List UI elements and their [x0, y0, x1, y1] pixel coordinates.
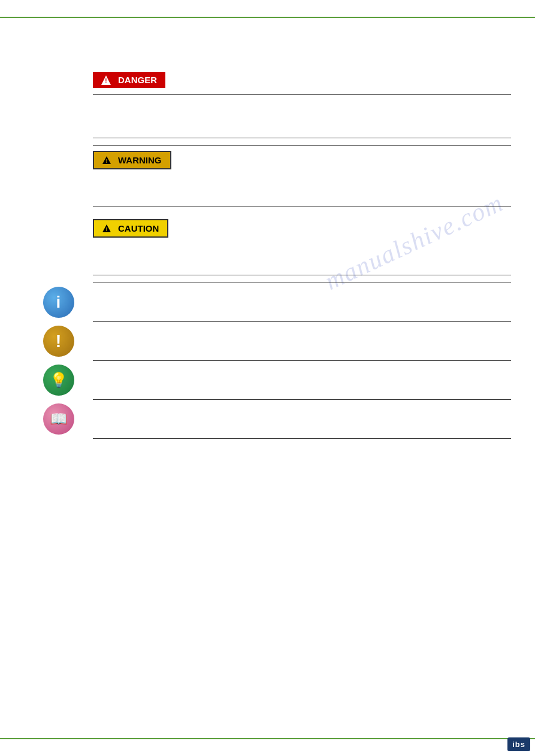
reference-icon-left: 📖: [39, 403, 78, 435]
bottom-border: [0, 738, 535, 739]
caution-triangle-icon: !: [102, 224, 111, 232]
caution-label: CAUTION: [118, 223, 159, 233]
danger-triangle-icon: !: [101, 75, 111, 85]
tip-icon: 💡: [43, 365, 74, 396]
info-icon-left: i: [39, 287, 78, 318]
danger-content: [93, 95, 511, 130]
warning-badge: ! WARNING: [93, 151, 171, 169]
important-text: [132, 326, 511, 328]
important-row: !: [93, 321, 511, 360]
reference-text: [132, 403, 511, 406]
tip-icon-left: 💡: [39, 365, 78, 396]
warning-section: ! WARNING: [93, 145, 511, 207]
warning-label: WARNING: [118, 155, 162, 165]
warning-top-divider-1: [93, 145, 511, 146]
top-border: [0, 17, 535, 18]
reference-row: 📖: [93, 399, 511, 439]
main-content: ! DANGER ! WARNING ! CAUTION: [93, 36, 511, 720]
caution-bottom-divider: [93, 275, 511, 275]
info-icon: i: [43, 287, 74, 318]
danger-label: DANGER: [118, 75, 157, 85]
tip-text: [132, 365, 511, 367]
important-icon-left: !: [39, 326, 78, 357]
caution-badge: ! CAUTION: [93, 219, 168, 238]
danger-bottom-divider: [93, 138, 511, 138]
danger-section: ! DANGER: [93, 72, 511, 138]
caution-section: ! CAUTION: [93, 214, 511, 275]
danger-badge: ! DANGER: [93, 72, 165, 88]
important-icon: !: [43, 326, 74, 357]
icons-section: i ! 💡: [93, 283, 511, 439]
info-text: [132, 287, 511, 289]
warning-triangle-icon: !: [102, 156, 111, 164]
warning-content: [93, 175, 511, 199]
tip-row: 💡: [93, 360, 511, 399]
reference-icon: 📖: [43, 403, 74, 435]
warning-bottom-divider: [93, 207, 511, 207]
caution-content: [93, 244, 511, 268]
info-row: i: [93, 283, 511, 321]
logo-badge: ibs: [507, 737, 530, 751]
